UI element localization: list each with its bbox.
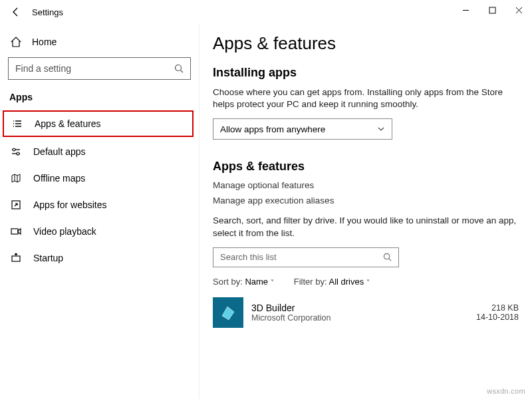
app-search-placeholder: Search this list	[220, 252, 277, 262]
installing-body: Choose where you can get apps from. Inst…	[213, 86, 519, 110]
nav-label: Apps for websites	[33, 200, 107, 210]
app-size: 218 KB	[476, 303, 519, 313]
svg-line-5	[181, 70, 184, 73]
search-placeholder: Find a setting	[15, 63, 71, 74]
manage-aliases-link[interactable]: Manage app execution aliases	[213, 196, 519, 205]
minimize-button[interactable]	[452, 0, 479, 20]
svg-point-15	[17, 152, 19, 155]
app-publisher: Microsoft Corporation	[251, 313, 468, 323]
svg-point-4	[176, 65, 182, 71]
install-source-dropdown[interactable]: Allow apps from anywhere	[213, 118, 392, 140]
defaults-icon	[9, 146, 23, 157]
nav-label: Video playback	[33, 226, 96, 237]
chevron-down-icon: ˅	[366, 279, 370, 286]
home-nav[interactable]: Home	[0, 31, 199, 57]
maximize-button[interactable]	[479, 0, 505, 20]
installing-heading: Installing apps	[213, 66, 519, 80]
search-icon	[383, 253, 392, 261]
window-title: Settings	[32, 7, 63, 17]
search-icon	[174, 64, 184, 73]
svg-rect-18	[12, 256, 20, 261]
nav-label: Apps & features	[35, 118, 101, 129]
sort-value: Name	[245, 277, 268, 287]
chevron-down-icon	[377, 125, 385, 133]
home-icon	[9, 36, 23, 48]
dropdown-value: Allow apps from anywhere	[220, 124, 325, 134]
svg-rect-1	[489, 7, 495, 13]
svg-line-20	[389, 259, 391, 261]
home-label: Home	[32, 37, 57, 47]
nav-label: Startup	[33, 253, 63, 263]
app-search-input[interactable]: Search this list	[213, 247, 399, 267]
sidebar: Home Find a setting Apps Apps & features…	[0, 24, 200, 399]
page-title: Apps & features	[213, 33, 519, 54]
app-list-item[interactable]: 3D Builder Microsoft Corporation 218 KB …	[213, 295, 519, 331]
chevron-down-icon: ˅	[271, 279, 274, 286]
nav-default-apps[interactable]: Default apps	[0, 138, 199, 165]
app-icon	[213, 297, 243, 328]
nav-label: Offline maps	[33, 173, 85, 184]
nav-label: Default apps	[33, 146, 86, 157]
nav-apps-websites[interactable]: Apps for websites	[0, 192, 199, 218]
features-heading: Apps & features	[213, 160, 519, 174]
main-content: Apps & features Installing apps Choose w…	[200, 24, 532, 399]
video-icon	[9, 226, 23, 237]
app-date: 14-10-2018	[476, 313, 519, 322]
app-name: 3D Builder	[251, 303, 468, 313]
filter-value: All drives	[329, 277, 364, 287]
manage-optional-link[interactable]: Manage optional features	[213, 180, 519, 190]
nav-offline-maps[interactable]: Offline maps	[0, 165, 199, 192]
nav-video-playback[interactable]: Video playback	[0, 218, 199, 245]
features-body: Search, sort, and filter by drive. If yo…	[213, 215, 519, 239]
nav-startup[interactable]: Startup	[0, 245, 199, 271]
back-button[interactable]	[5, 7, 27, 17]
watermark: wsxdn.com	[487, 387, 525, 395]
svg-rect-17	[11, 229, 18, 234]
launch-icon	[9, 200, 23, 210]
list-icon	[11, 118, 24, 129]
filter-label: Filter by:	[294, 277, 327, 287]
svg-point-14	[13, 148, 15, 151]
filter-control[interactable]: Filter by: All drives ˅	[294, 277, 370, 287]
sort-control[interactable]: Sort by: Name ˅	[213, 277, 274, 287]
nav-apps-features[interactable]: Apps & features	[3, 110, 194, 137]
svg-point-19	[384, 254, 389, 259]
close-button[interactable]	[505, 0, 532, 20]
sort-label: Sort by:	[213, 277, 243, 287]
settings-search[interactable]: Find a setting	[8, 57, 191, 80]
startup-icon	[9, 253, 23, 263]
map-icon	[9, 173, 23, 184]
section-label: Apps	[0, 88, 199, 109]
